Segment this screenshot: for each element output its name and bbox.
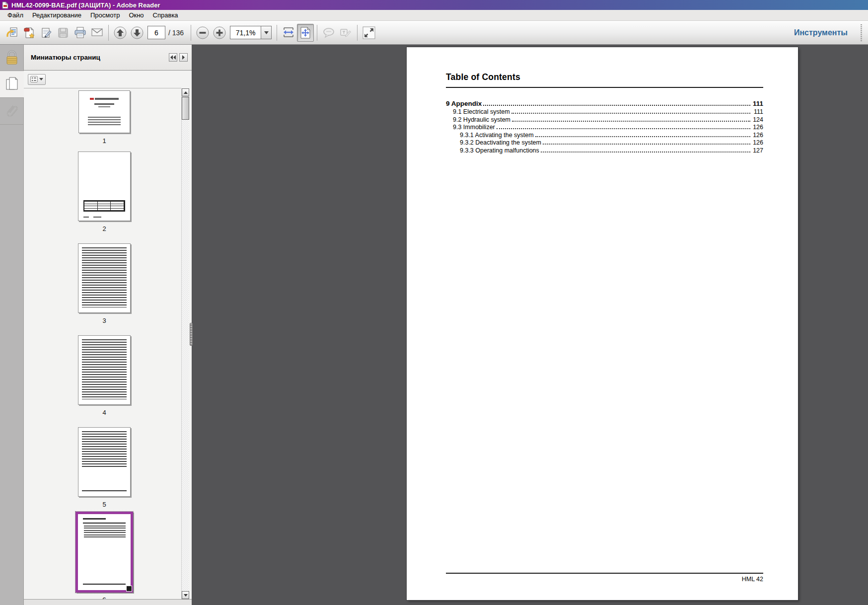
thumbnail-page-4[interactable] (78, 335, 131, 405)
zoom-in-icon (213, 26, 226, 40)
toc-entry-appendix[interactable]: 9 Appendix 111 (446, 100, 763, 108)
list-options-icon (30, 76, 38, 82)
next-page-button[interactable] (129, 24, 145, 42)
toc-entry-electrical[interactable]: 9.1 Electrical system 111 (446, 108, 763, 116)
pages-icon (4, 76, 19, 93)
comment-button[interactable] (320, 24, 337, 42)
thumbnail-list: 1 2 3 4 (24, 88, 181, 599)
thumbnail-label-1: 1 (55, 137, 154, 145)
page-number-input[interactable] (147, 26, 165, 39)
table-of-contents: 9 Appendix 111 9.1 Electrical system 111… (446, 100, 763, 155)
toc-entry-immobilizer[interactable]: 9.3 Immobilizer 126 (446, 124, 763, 132)
menu-bar: Файл Редактирование Просмотр Окно Справк… (0, 10, 868, 21)
collapse-panel-button[interactable] (169, 53, 177, 62)
thumb-logo-mark (90, 98, 118, 100)
panel-options-row (24, 71, 181, 88)
open-button[interactable] (4, 24, 21, 42)
thumbnail-page-3[interactable] (78, 243, 131, 313)
toolbar-separator (317, 25, 317, 41)
zoom-level-input[interactable] (230, 26, 261, 39)
toc-leader-dots (541, 151, 750, 152)
menu-edit[interactable]: Редактирование (28, 10, 86, 20)
triangle-down-icon (184, 594, 188, 597)
zoom-out-button[interactable] (194, 24, 211, 42)
zoom-in-button[interactable] (211, 24, 228, 42)
toolbar-separator (357, 25, 358, 41)
chevron-down-icon (264, 31, 269, 34)
footer-rule (446, 573, 763, 574)
lock-icon (4, 49, 19, 66)
open-icon (6, 26, 19, 39)
fit-page-button[interactable] (297, 24, 314, 42)
fit-width-icon (282, 26, 295, 40)
zoom-dropdown-button[interactable] (261, 26, 272, 39)
fit-page-icon (298, 26, 312, 40)
print-button[interactable] (72, 24, 88, 42)
menu-help[interactable]: Справка (148, 10, 183, 20)
document-canvas[interactable]: Table of Contents 9 Appendix 111 9.1 Ele… (192, 45, 868, 605)
email-button[interactable] (88, 24, 105, 42)
thumbnail-page-5[interactable] (78, 427, 131, 497)
scroll-up-button[interactable] (182, 88, 189, 96)
thumbnail-label-3: 3 (55, 317, 154, 324)
fullscreen-button[interactable] (361, 24, 377, 42)
thumbnail-label-2: 2 (55, 225, 154, 232)
page-footer: HML 42 (446, 576, 763, 583)
toc-leader-dots (512, 121, 750, 122)
title-bar[interactable]: HML42-0099-BAE.pdf (ЗАЩИТА) - Adobe Read… (0, 0, 868, 10)
attachments-tab[interactable] (0, 98, 24, 125)
thumbnail-label-5: 5 (55, 501, 154, 508)
main-toolbar: / 136 (0, 21, 868, 45)
panel-title: Миниатюры страниц (31, 54, 100, 61)
save-icon (57, 26, 70, 39)
text-markup-icon (339, 26, 353, 40)
toc-entry-malfunctions[interactable]: 9.3.3 Operating malfunctions 127 (446, 147, 763, 155)
tools-grip-icon (861, 24, 862, 41)
toc-leader-dots (483, 105, 750, 106)
toc-entry-deactivating[interactable]: 9.3.2 Deactivating the system 126 (446, 139, 763, 147)
adobe-reader-window: HML42-0099-BAE.pdf (ЗАЩИТА) - Adobe Read… (0, 0, 868, 605)
menu-file[interactable]: Файл (3, 10, 28, 20)
toolbar-separator (191, 25, 191, 41)
thumbnail-page-1[interactable] (78, 90, 130, 133)
toc-entry-activating[interactable]: 9.3.1 Activating the system 126 (446, 132, 763, 140)
panel-resize-grip[interactable] (190, 323, 193, 346)
thumbnail-page-2[interactable] (78, 151, 131, 221)
previous-page-button[interactable] (112, 24, 129, 42)
content-area: Миниатюры страниц (0, 45, 868, 605)
tools-panel-toggle[interactable]: Инструменты (794, 21, 864, 44)
thumbnail-label-4: 4 (55, 409, 154, 416)
panel-scrollbar[interactable] (181, 88, 189, 599)
text-markup-button[interactable] (337, 24, 354, 42)
chevron-right-icon (182, 55, 185, 60)
create-pdf-icon (23, 26, 36, 39)
panel-bottom-strip (24, 599, 192, 605)
pdf-page[interactable]: Table of Contents 9 Appendix 111 9.1 Ele… (407, 47, 798, 600)
toc-entry-hydraulic[interactable]: 9.2 Hydraulic system 124 (446, 116, 763, 124)
page-thumbnails-tab[interactable] (0, 71, 24, 98)
thumbnail-page-6-selected[interactable] (75, 512, 133, 593)
fullscreen-icon (362, 26, 376, 40)
menu-view[interactable]: Просмотр (86, 10, 124, 20)
toc-leader-dots (497, 128, 750, 129)
toc-leader-dots (511, 113, 750, 114)
menu-window[interactable]: Окно (124, 10, 148, 20)
toolbar-separator (277, 25, 277, 41)
thumbnail-options-button[interactable] (28, 74, 46, 85)
scrollbar-thumb[interactable] (182, 97, 189, 120)
window-title: HML42-0099-BAE.pdf (ЗАЩИТА) - Adobe Read… (11, 1, 160, 9)
print-icon (73, 26, 87, 39)
sign-button[interactable] (38, 24, 55, 42)
toc-leader-dots (535, 136, 750, 137)
expand-panel-button[interactable] (179, 53, 188, 62)
fit-width-button[interactable] (280, 24, 297, 42)
scroll-down-button[interactable] (182, 591, 189, 599)
triangle-up-icon (184, 91, 188, 94)
comment-bubble-icon (322, 26, 336, 40)
page-title: Table of Contents (446, 72, 520, 82)
create-pdf-button[interactable] (21, 24, 38, 42)
tools-label: Инструменты (794, 28, 848, 37)
security-status[interactable] (0, 45, 24, 71)
selection-handle[interactable] (126, 586, 132, 592)
save-button[interactable] (55, 24, 72, 42)
